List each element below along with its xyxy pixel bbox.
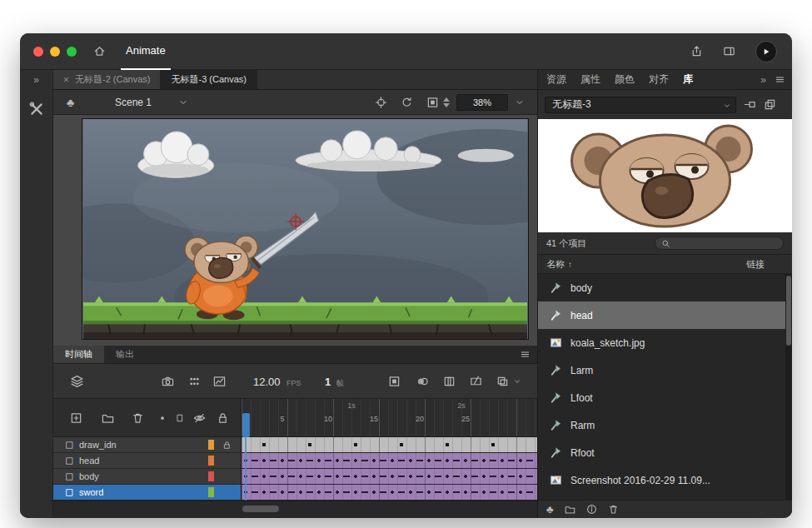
new-layer-icon[interactable]: [70, 411, 82, 424]
list-item-label: Larm: [570, 365, 593, 376]
edit-multiple-frames-icon[interactable]: [470, 375, 482, 387]
layer-lock-icon[interactable]: [219, 441, 234, 450]
center-stage-icon[interactable]: [375, 96, 387, 108]
app-window: Animate »: [20, 33, 792, 518]
library-scrollbar[interactable]: [785, 274, 792, 500]
visibility-column-icon[interactable]: [193, 411, 206, 424]
outline-column-icon[interactable]: [175, 413, 185, 423]
close-window-button[interactable]: [33, 47, 43, 57]
onion-skin-outlines-icon[interactable]: [443, 375, 456, 387]
list-item-body[interactable]: body: [538, 274, 792, 301]
layer-name[interactable]: draw_idn: [79, 440, 117, 450]
zoom-chevron-icon[interactable]: [515, 97, 525, 107]
panel-menu-icon[interactable]: [520, 349, 531, 360]
doc-tab-untitled-3[interactable]: 无标题-3 (Canvas): [161, 70, 257, 89]
tab-assets[interactable]: 资源: [546, 72, 566, 87]
layer-frames[interactable]: [242, 437, 537, 452]
timeline-hscrollbar[interactable]: [53, 501, 537, 518]
timeline-ruler[interactable]: 1s 2s 5 10 15 20 25: [242, 399, 537, 436]
markers-chevron-icon[interactable]: [513, 377, 521, 386]
tools-icon[interactable]: [29, 102, 44, 117]
chevrons-icon[interactable]: »: [760, 75, 766, 85]
tab-output[interactable]: 输出: [104, 346, 146, 363]
link-column-header[interactable]: 链接: [746, 258, 765, 271]
rotation-icon[interactable]: [401, 96, 413, 108]
camera-icon[interactable]: [162, 375, 174, 387]
library-document-select[interactable]: 无标题-3: [545, 97, 736, 113]
scrollbar-thumb[interactable]: [242, 506, 279, 512]
tab-align[interactable]: 对齐: [649, 72, 669, 87]
tab-properties[interactable]: 属性: [580, 72, 600, 87]
workspace-layout-icon[interactable]: [723, 45, 735, 57]
panel-menu-icon[interactable]: [775, 74, 785, 85]
pin-library-icon[interactable]: [744, 98, 756, 111]
layer-name[interactable]: head: [79, 456, 99, 466]
layer-frames[interactable]: [242, 469, 537, 484]
loop-playback-icon[interactable]: [388, 375, 401, 387]
modify-markers-icon[interactable]: [496, 375, 509, 387]
tab-timeline[interactable]: 时间轴: [53, 346, 104, 363]
list-item-head[interactable]: head: [538, 301, 792, 329]
ruler-frame-label: 20: [416, 415, 424, 423]
scene-breadcrumb[interactable]: Scene 1: [115, 97, 152, 108]
item-properties-icon[interactable]: [586, 504, 597, 515]
edit-symbols-icon[interactable]: ♣: [67, 96, 74, 109]
lock-column-icon[interactable]: [217, 411, 229, 424]
list-item-screenshot[interactable]: Screenshot 2016-02-29 11.09...: [538, 466, 792, 494]
timeline-layers: draw_idn head: [53, 437, 537, 501]
ruler-frame-label: 25: [461, 415, 470, 423]
stage-canvas[interactable]: [82, 118, 529, 340]
current-frame-value[interactable]: 1: [325, 375, 331, 387]
library-preview: [538, 119, 792, 232]
layer-row-sword[interactable]: sword: [53, 485, 537, 501]
list-item-larm[interactable]: Larm: [538, 356, 792, 384]
delete-layer-icon[interactable]: [132, 411, 144, 424]
sort-ascending-icon[interactable]: ↑: [568, 260, 572, 269]
library-search-input[interactable]: [655, 237, 784, 250]
layer-row-draw-idn[interactable]: draw_idn: [53, 437, 537, 453]
library-preview-image: [538, 119, 792, 232]
zoom-stepper[interactable]: [443, 97, 450, 107]
layer-icon: [65, 441, 74, 450]
layers-icon[interactable]: [70, 374, 84, 388]
test-movie-play-button[interactable]: [755, 41, 777, 62]
name-column-header[interactable]: 名称: [546, 258, 565, 271]
layer-frames[interactable]: [242, 485, 537, 500]
timeline-tabbar: 时间轴 输出: [53, 346, 537, 364]
graph-editor-icon[interactable]: [213, 375, 226, 387]
list-item-rarm[interactable]: Rarm: [538, 411, 792, 439]
layer-name[interactable]: body: [79, 471, 99, 481]
list-item-rfoot[interactable]: Rfoot: [538, 439, 792, 466]
home-icon[interactable]: [93, 45, 106, 57]
pasteboard[interactable]: [53, 115, 537, 346]
close-icon[interactable]: ×: [63, 74, 69, 86]
doc-tab-untitled-2[interactable]: × 无标题-2 (Canvas): [53, 70, 161, 89]
tab-library[interactable]: 库: [683, 72, 693, 87]
clip-content-icon[interactable]: [426, 96, 439, 108]
layer-row-head[interactable]: head: [53, 453, 537, 469]
highlight-column-icon[interactable]: [158, 414, 167, 422]
scene-chevron-icon[interactable]: [178, 97, 188, 107]
new-folder-icon[interactable]: [565, 504, 575, 515]
layer-name[interactable]: sword: [79, 487, 103, 497]
fps-value[interactable]: 12.00: [253, 375, 281, 387]
frame-view-icon[interactable]: [188, 375, 201, 387]
expand-panel-icon[interactable]: »: [33, 70, 39, 90]
layer-row-body[interactable]: body: [53, 469, 537, 485]
app-tab-animate[interactable]: Animate: [121, 33, 171, 70]
playhead[interactable]: [242, 413, 250, 437]
list-item-lfoot[interactable]: Lfoot: [538, 384, 792, 411]
new-symbol-icon[interactable]: ♣: [546, 504, 554, 515]
delete-item-icon[interactable]: [608, 504, 619, 515]
new-folder-icon[interactable]: [102, 411, 114, 424]
fullscreen-window-button[interactable]: [67, 47, 77, 57]
minimize-window-button[interactable]: [50, 47, 60, 57]
list-item-koala-sketch[interactable]: koala_sketch.jpg: [538, 329, 792, 356]
share-icon[interactable]: [690, 45, 703, 57]
tab-color[interactable]: 颜色: [615, 72, 635, 87]
scrollbar-thumb[interactable]: [786, 276, 791, 346]
layer-frames[interactable]: [242, 453, 537, 468]
onion-skin-icon[interactable]: [416, 375, 429, 387]
new-library-panel-icon[interactable]: [764, 98, 776, 111]
zoom-select[interactable]: 38%: [456, 94, 508, 111]
